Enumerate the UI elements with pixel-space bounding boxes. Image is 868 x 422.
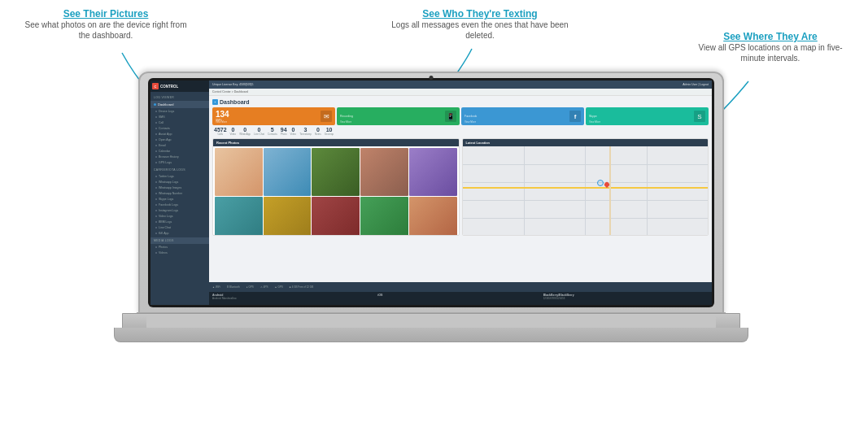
num-ts-val: 3	[299, 127, 312, 133]
gps2-icon: ▲	[275, 285, 277, 289]
annotation-pictures-desc: See what photos on are the device right …	[24, 20, 187, 41]
storage-icon: ■	[290, 285, 291, 289]
sidebar-item-dashboard[interactable]: Dashboard	[150, 101, 209, 108]
num-con-label: Contacts	[268, 133, 277, 136]
bt-label: Bluetooth	[229, 285, 240, 289]
sidebar-item-email[interactable]: Email	[150, 142, 209, 148]
stat-sms-icon: ✉	[321, 111, 332, 122]
sidebar-item-kik[interactable]: KiK App	[150, 230, 209, 236]
stat-sms: 134 SMS View More ✉	[212, 107, 335, 125]
sidebar-item-device[interactable]: Device Logs	[150, 108, 209, 114]
sidebar-item-waimages[interactable]: Whatsapp Images	[150, 185, 209, 190]
status-storage: ■ 4 GB Free of 12 GB	[290, 285, 313, 289]
sidebar-item-video[interactable]: Video Logs	[150, 213, 209, 219]
num-video-val: 0	[230, 127, 237, 133]
annotation-location: See Where They Are View all GPS location…	[697, 31, 844, 63]
status-bar: ▲ WiFi B Bluetooth ● GPS	[209, 282, 712, 292]
map-line-v1	[524, 146, 525, 236]
annotation-pictures-title: See Their Pictures	[24, 8, 187, 20]
info-bb-val: 1234567890123456	[543, 297, 709, 300]
stats-row: 134 SMS View More ✉ Recording	[212, 107, 709, 125]
stat-rec-more: View More	[340, 120, 351, 124]
stat-sms-more: View More	[216, 120, 227, 124]
status-loc: ● GPS	[246, 285, 254, 289]
num-wa-val: 0	[239, 127, 251, 133]
sidebar-label: Dashboard	[158, 102, 174, 107]
photo-thumb-4	[360, 148, 408, 196]
4g-label: 4PS	[264, 285, 268, 289]
storage-label: 4 GB Free of 12 GB	[292, 285, 314, 289]
num-calls-val: 4572	[214, 127, 227, 133]
logo-icon: C	[152, 83, 159, 89]
sidebar-item-wanumber[interactable]: Whatsapp Number	[150, 190, 209, 196]
stat-skype: Skype View More S	[586, 107, 709, 125]
num-ph-label: Photo	[281, 133, 287, 136]
info-col-ios: iOS	[377, 294, 543, 297]
numbers-row: 4572 Calls 0 Video 0 WhatsApp	[212, 127, 709, 136]
bt-icon: B	[227, 285, 229, 289]
photos-section: Recent Photos	[212, 138, 460, 236]
num-gm-label: Geomap	[325, 133, 334, 136]
sidebar-item-linechat[interactable]: Line Chat	[150, 224, 209, 230]
num-calls-label: Calls	[214, 133, 227, 136]
top-bar-text: Unique License Key: 4500|505|5	[212, 83, 253, 86]
sidebar-item-whatsapp[interactable]: Whatsapp Logs	[150, 179, 209, 185]
sidebar-item-gps[interactable]: GPS Logs	[150, 159, 209, 165]
num-gm-val: 10	[325, 127, 334, 133]
photo-thumb-8	[312, 197, 360, 236]
laptop-lid: C CONTROL LOG VIEWER Dashboard Device Lo…	[138, 72, 724, 315]
loc-label: GPS	[249, 285, 254, 289]
stat-sk-label: Skype	[589, 115, 597, 118]
num-whatsapp: 0 WhatsApp	[239, 127, 251, 136]
annotation-texting-title: See Who They're Texting	[390, 8, 569, 20]
sidebar-item-openapp[interactable]: Open App	[150, 137, 209, 142]
annotation-location-title: See Where They Are	[697, 31, 844, 42]
breadcrumb-text: Control Center > Dashboard	[212, 90, 248, 94]
sidebar-item-videos[interactable]: Videos	[150, 250, 209, 255]
screen-bezel: C CONTROL LOG VIEWER Dashboard Device Lo…	[148, 78, 714, 307]
wifi-label: WiFi	[216, 285, 220, 289]
annotation-texting: See Who They're Texting Logs all message…	[390, 8, 569, 41]
sidebar-item-contacts[interactable]: Contacts	[150, 125, 209, 131]
map-section: Latest Location	[462, 138, 709, 236]
sidebar-item-browser[interactable]: Browser History	[150, 154, 209, 159]
sidebar-item-facebook[interactable]: Facebook Logs	[150, 202, 209, 207]
sidebar-item-call[interactable]: Call	[150, 120, 209, 125]
main-content: Unique License Key: 4500|505|5 Admin Use…	[209, 80, 712, 305]
photo-thumb-2	[264, 148, 312, 196]
info-bar: Android Android: Marshmallow iOS BlackBe…	[209, 292, 712, 305]
laptop: C CONTROL LOG VIEWER Dashboard Device Lo…	[122, 72, 740, 405]
num-timestamp: 3 Timestamp	[299, 127, 312, 136]
page-title: ▪ Dashboard	[212, 99, 709, 105]
photos-grid	[213, 146, 459, 236]
sidebar-item-twitter[interactable]: Twitter Logs	[150, 173, 209, 179]
sidebar-item-skype[interactable]: Skype Logs	[150, 196, 209, 202]
stat-rec-label: Recording	[340, 115, 353, 118]
sidebar-section-logs: LOG VIEWER	[150, 94, 209, 101]
breadcrumb: Control Center > Dashboard	[209, 89, 712, 96]
map-body	[463, 146, 709, 236]
num-n-label: Notes	[315, 133, 321, 136]
sidebar-logo: C CONTROL	[150, 80, 209, 92]
status-4g: ⚠ 4PS	[260, 285, 268, 289]
photo-thumb-3	[312, 148, 360, 196]
sidebar-section-carrier: CARRIER/OTA LOGS	[150, 167, 209, 173]
photos-header: Recent Photos	[213, 139, 459, 146]
sidebar-item-photos[interactable]: Photos	[150, 244, 209, 250]
num-contacts: 5 Contacts	[268, 127, 277, 136]
photo-thumb-1	[215, 148, 263, 196]
num-v2-label: Video	[290, 133, 297, 136]
sidebar-item-sms[interactable]: SMS	[150, 114, 209, 120]
gps2-label: GPS	[278, 285, 283, 289]
sidebar-item-instagram[interactable]: Instagram Logs	[150, 207, 209, 213]
dashboard: C CONTROL LOG VIEWER Dashboard Device Lo…	[150, 80, 712, 305]
sidebar-item-assistapp[interactable]: Assist App	[150, 131, 209, 137]
sidebar-item-bbm[interactable]: BBM Logs	[150, 219, 209, 224]
num-linechat: 0 Line Chat	[254, 127, 264, 136]
sidebar-item-calendar[interactable]: Calendar	[150, 148, 209, 154]
num-wa-label: WhatsApp	[239, 133, 251, 136]
wifi-icon: ▲	[212, 285, 215, 289]
photo-thumb-6	[215, 197, 263, 236]
page-title-text: Dashboard	[220, 99, 250, 105]
num-photo: 94 Photo	[281, 127, 287, 136]
